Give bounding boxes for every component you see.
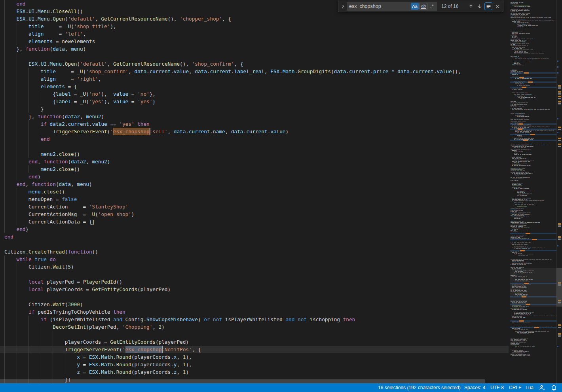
ruler-selection-mark <box>558 225 561 227</box>
code-line-15: } <box>4 105 44 113</box>
eol-status[interactable]: CRLF <box>509 383 521 392</box>
bell-icon[interactable] <box>551 383 557 392</box>
code-line-30: CurrentActionData = {} <box>4 218 95 225</box>
code-line-16: }, function(data2, menu2) <box>4 113 104 120</box>
code-line-13: {label = _U('no'), value = 'no'}, <box>4 90 156 98</box>
indent-guide <box>53 331 53 338</box>
whole-word-icon: ab <box>421 4 426 9</box>
code-line-14: {label = _U('yes'), value = 'yes'} <box>4 98 156 105</box>
code-line-43: if (isPlayerWhitelisted and Config.ShowC… <box>4 316 355 323</box>
ruler-selection-mark <box>558 239 561 240</box>
code-line-17: if data2.current.value == 'yes' then <box>4 120 150 128</box>
code-line-25: end, function(data, menu) <box>4 180 92 188</box>
minimap-slider[interactable] <box>510 268 556 307</box>
code-line-22: end, function(data2, menu2) <box>4 158 110 165</box>
indent-guide <box>4 293 5 301</box>
vscode-window: end ESX.UI.Menu.CloseAll() ESX.UI.Menu.O… <box>0 0 562 392</box>
code-line-29: CurrentActionMsg = _U('open_shop') <box>4 210 134 218</box>
text-cursor <box>162 346 163 353</box>
ruler-find-mark <box>558 85 561 87</box>
status-bar: 16 selections (192 characters selected) … <box>0 383 562 392</box>
code-line-9: ESX.UI.Menu.Open('default', GetCurrentRe… <box>4 60 243 68</box>
close-icon <box>495 4 500 9</box>
ruler-find-mark <box>558 324 561 326</box>
indent-guide <box>4 271 5 278</box>
ruler-selection-mark <box>558 140 561 141</box>
ruler-find-mark <box>558 144 561 145</box>
ruler-find-mark <box>558 236 561 238</box>
code-line-48: x = ESX.Math.Round(playerCoords.x, 1), <box>4 353 192 361</box>
language-mode-status[interactable]: Lua <box>526 383 534 392</box>
minimap[interactable] <box>510 0 556 383</box>
whole-word-toggle[interactable]: ab <box>420 3 427 10</box>
text-cursor <box>150 128 150 135</box>
code-line-23: menu2.close() <box>4 165 80 173</box>
ruler-find-mark <box>558 91 561 93</box>
previous-match-button[interactable] <box>467 2 475 10</box>
code-editor[interactable]: end ESX.UI.Menu.CloseAll() ESX.UI.Menu.O… <box>0 0 510 383</box>
encoding-status[interactable]: UTF-8 <box>490 383 504 392</box>
find-results-count: 12 of 16 <box>441 0 458 12</box>
ruler-find-mark <box>558 138 561 139</box>
code-line-35: while true do <box>4 256 56 263</box>
ruler-info-mark <box>557 346 558 347</box>
ruler-find-mark <box>558 127 561 128</box>
arrow-up-icon <box>468 4 474 9</box>
find-in-selection-toggle[interactable] <box>484 2 492 10</box>
horizontal-scrollbar[interactable] <box>0 379 485 383</box>
indent-guide <box>4 331 5 338</box>
arrow-down-icon <box>477 4 482 9</box>
code-line-6: elements = newelements <box>4 38 95 45</box>
overview-ruler <box>556 0 562 383</box>
ruler-info-mark <box>557 132 558 133</box>
ruler-selection-mark <box>558 146 561 147</box>
code-line-5: align = 'left', <box>4 30 86 38</box>
ruler-selection-mark <box>558 98 561 99</box>
code-line-18: TriggerServerEvent('esx_chopshop:sell', … <box>4 128 289 135</box>
next-match-button[interactable] <box>476 2 484 10</box>
ruler-info-mark <box>557 66 558 68</box>
code-line-41: Citizen.Wait(3000) <box>4 301 83 308</box>
find-in-selection-icon <box>486 4 491 9</box>
code-line-50: z = ESX.Math.Round(playerCoords.z, 1) <box>4 368 189 376</box>
find-widget: esx_chopshop Aa ab .* 12 of 16 <box>338 0 503 12</box>
indent-guide <box>17 53 17 60</box>
ruler-info-mark <box>557 72 558 74</box>
indent-guide <box>28 143 29 150</box>
vertical-scrollbar[interactable] <box>556 268 562 307</box>
selection-count-status[interactable]: 16 selections (192 characters selected) <box>378 383 461 392</box>
indent-guide <box>41 331 41 338</box>
ruler-info-mark <box>557 245 558 246</box>
match-case-toggle[interactable]: Aa <box>411 3 419 10</box>
code-line-4: title = _U('shop_title'), <box>4 23 116 30</box>
code-line-2: ESX.UI.Menu.CloseAll() <box>4 8 83 15</box>
code-line-42: if pedIsTryingToChopVehicle then <box>4 308 125 316</box>
indentation-status[interactable]: Spaces: 4 <box>464 383 485 392</box>
close-find-widget-button[interactable] <box>494 2 501 10</box>
feedback-icon[interactable] <box>539 383 545 392</box>
ruler-selection-mark <box>558 93 561 95</box>
find-input[interactable]: esx_chopshop Aa ab .* <box>347 2 437 11</box>
code-line-7: }, function(data, menu) <box>4 45 86 53</box>
code-line-27: menuOpen = false <box>4 195 77 203</box>
regex-toggle[interactable]: .* <box>428 3 436 10</box>
find-query-text[interactable]: esx_chopshop <box>347 4 411 9</box>
code-line-10: title = _U('shop_confirm', data.current.… <box>4 68 461 75</box>
code-line-31: end) <box>4 225 28 233</box>
code-line-47: TriggerServerEvent('esx_chopshop:NotifPo… <box>4 346 201 353</box>
code-line-32: end <box>4 233 13 241</box>
ruler-find-mark <box>558 333 561 335</box>
code-line-24: end) <box>4 173 41 180</box>
code-line-21: menu2.close() <box>4 150 80 158</box>
ruler-info-mark <box>557 61 558 62</box>
ruler-find-mark <box>558 101 561 102</box>
code-line-3: ESX.UI.Menu.Open('default', GetCurrentRe… <box>4 15 231 23</box>
code-line-39: local playerCoords = GetEntityCoords(pla… <box>4 286 171 293</box>
indent-guide <box>17 143 17 150</box>
indent-guide <box>17 331 17 338</box>
code-line-1: end <box>4 0 25 8</box>
code-line-28: CurrentAction = 'StanleyShop' <box>4 203 128 210</box>
toggle-replace-chevron-icon[interactable] <box>340 3 347 10</box>
code-line-26: menu.close() <box>4 188 65 195</box>
ruler-selection-mark <box>558 335 561 337</box>
